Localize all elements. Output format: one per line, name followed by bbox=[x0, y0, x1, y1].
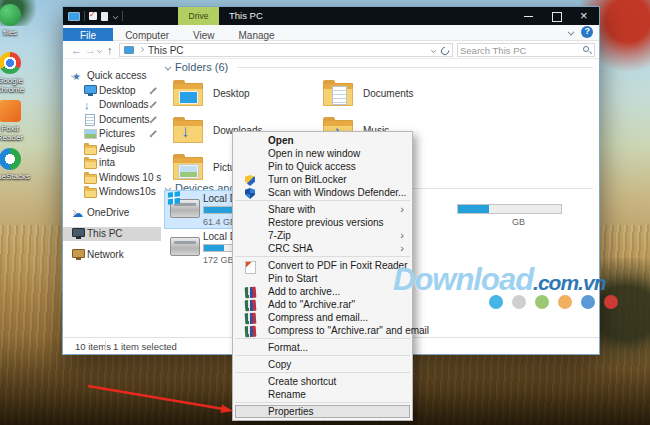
watermark-brand: Download bbox=[393, 262, 533, 297]
search-icon[interactable] bbox=[583, 46, 589, 52]
desktop-icon[interactable]: BlueStacks bbox=[0, 148, 32, 181]
watermark-dot bbox=[604, 295, 618, 309]
search-box bbox=[457, 43, 595, 57]
winrar-icon bbox=[244, 286, 256, 298]
context-menu-item[interactable]: Add to archive... bbox=[235, 285, 410, 298]
watermark-dot bbox=[489, 295, 503, 309]
watermark-dots bbox=[489, 295, 618, 309]
forward-button[interactable]: → bbox=[85, 42, 96, 58]
context-menu-item[interactable]: Properties bbox=[235, 405, 410, 418]
sidebar-item[interactable]: Pictures bbox=[63, 127, 161, 141]
winrar-icon bbox=[244, 325, 256, 337]
fol-documents-icon bbox=[323, 83, 353, 106]
properties-check-icon[interactable] bbox=[89, 12, 97, 20]
pin-icon bbox=[150, 87, 158, 95]
document-mini-icon bbox=[84, 114, 96, 126]
context-menu-item[interactable]: Share with bbox=[235, 203, 410, 216]
drive-tools-tab[interactable]: Drive Tools bbox=[178, 7, 219, 25]
context-menu-item[interactable]: Restore previous versions bbox=[235, 216, 410, 229]
qat-dropdown-icon[interactable] bbox=[112, 13, 118, 19]
breadcrumb[interactable]: This PC bbox=[148, 44, 184, 57]
watermark-dot bbox=[558, 295, 572, 309]
desktop-icon[interactable]: Foxit Reader bbox=[0, 100, 32, 142]
up-button[interactable]: ↑ bbox=[107, 42, 113, 58]
selection-count: 1 item selected bbox=[113, 341, 177, 352]
collapse-chevron-icon[interactable] bbox=[165, 64, 171, 70]
network-mini-icon bbox=[72, 249, 84, 261]
watermark-dot bbox=[535, 295, 549, 309]
context-menu-item[interactable]: Open bbox=[235, 134, 410, 147]
sidebar-item[interactable]: Quick access bbox=[63, 69, 161, 83]
submenu-arrow-icon bbox=[400, 229, 404, 242]
maximize-button[interactable] bbox=[543, 7, 571, 25]
context-menu-item[interactable]: Pin to Quick access bbox=[235, 160, 410, 173]
cloud-mini-icon bbox=[72, 207, 84, 219]
context-menu-item[interactable]: Open in new window bbox=[235, 147, 410, 160]
desktop-icon[interactable]: Google Chrome bbox=[0, 52, 32, 94]
context-menu-item[interactable]: CRC SHA bbox=[235, 242, 410, 257]
windows-flag-icon bbox=[168, 191, 180, 204]
quick-access-toolbar bbox=[68, 7, 123, 25]
context-menu-item[interactable]: 7-Zip bbox=[235, 229, 410, 242]
group-divider bbox=[237, 67, 593, 68]
context-menu-item[interactable]: Add to "Archive.rar" bbox=[235, 298, 410, 311]
address-field[interactable]: This PC bbox=[119, 43, 453, 57]
context-menu-item[interactable]: Rename bbox=[235, 388, 410, 403]
defender-icon bbox=[244, 187, 256, 199]
submenu-arrow-icon bbox=[400, 242, 404, 255]
sidebar-item[interactable]: Aegisub bbox=[63, 142, 161, 156]
folder-item[interactable]: Desktop bbox=[165, 81, 313, 111]
context-menu-item[interactable]: Scan with Windows Defender... bbox=[235, 186, 410, 201]
capacity-fill bbox=[458, 205, 489, 213]
breadcrumb-chevron-icon bbox=[139, 47, 143, 51]
context-menu-item[interactable]: Turn on BitLocker bbox=[235, 173, 410, 186]
folders-group-header[interactable]: Folders (6) bbox=[175, 61, 228, 73]
sidebar-item[interactable]: Desktop bbox=[63, 84, 161, 98]
title-bar[interactable]: Drive Tools This PC bbox=[63, 7, 599, 25]
toolbar-divider bbox=[84, 11, 85, 21]
context-menu-item[interactable]: Pin to Start bbox=[235, 272, 410, 285]
sidebar-item[interactable]: Downloads bbox=[63, 98, 161, 112]
context-menu-item[interactable]: Convert to PDF in Foxit Reader bbox=[235, 259, 410, 272]
address-bar: ← → ↑ This PC bbox=[63, 41, 599, 59]
desktop-icon[interactable]: files bbox=[0, 4, 32, 37]
refresh-icon[interactable] bbox=[439, 45, 450, 56]
bluestacks-icon bbox=[0, 148, 21, 170]
help-icon[interactable] bbox=[581, 26, 593, 38]
sidebar-item[interactable]: Windows 10 storage bbox=[63, 171, 161, 185]
folder-mini-icon bbox=[84, 186, 96, 198]
sidebar-item[interactable]: OneDrive bbox=[63, 206, 161, 220]
sidebar-item[interactable]: Documents bbox=[63, 113, 161, 127]
minimize-button[interactable] bbox=[515, 7, 543, 25]
sidebar-item[interactable]: inta bbox=[63, 156, 161, 170]
history-dropdown-icon[interactable] bbox=[97, 48, 102, 53]
sidebar-item[interactable]: Network bbox=[63, 248, 161, 262]
folder-mini-icon bbox=[84, 143, 96, 155]
desktop-mini-icon bbox=[84, 85, 96, 97]
back-button[interactable]: ← bbox=[71, 42, 82, 58]
context-menu-item[interactable]: Copy bbox=[235, 358, 410, 373]
computer-mini-icon bbox=[72, 228, 84, 240]
pin-icon bbox=[150, 101, 158, 109]
new-folder-icon[interactable] bbox=[101, 12, 108, 21]
watermark-suffix: .com.vn bbox=[533, 271, 605, 294]
ribbon-collapse-icon[interactable] bbox=[567, 29, 574, 36]
bitlocker-icon bbox=[244, 174, 256, 186]
context-menu-item[interactable]: Format... bbox=[235, 341, 410, 356]
toolbar-divider bbox=[122, 11, 123, 21]
foxit-icon bbox=[0, 100, 21, 122]
search-input[interactable] bbox=[460, 44, 578, 56]
context-menu-item[interactable]: Compress and email... bbox=[235, 311, 410, 324]
sidebar-item[interactable]: Windows10s bbox=[63, 185, 161, 199]
sidebar-item[interactable]: This PC bbox=[63, 227, 161, 241]
this-pc-icon bbox=[124, 46, 134, 54]
window-controls bbox=[515, 7, 599, 25]
green-app-icon bbox=[0, 4, 21, 26]
close-button[interactable] bbox=[571, 7, 599, 25]
address-dropdown-icon[interactable] bbox=[431, 48, 436, 53]
context-menu-item[interactable]: Compress to "Archive.rar" and email bbox=[235, 324, 410, 339]
star-icon bbox=[72, 70, 84, 82]
context-menu-item[interactable]: Create shortcut bbox=[235, 375, 410, 388]
watermark-dot bbox=[512, 295, 526, 309]
folder-item[interactable]: Documents bbox=[315, 81, 463, 111]
